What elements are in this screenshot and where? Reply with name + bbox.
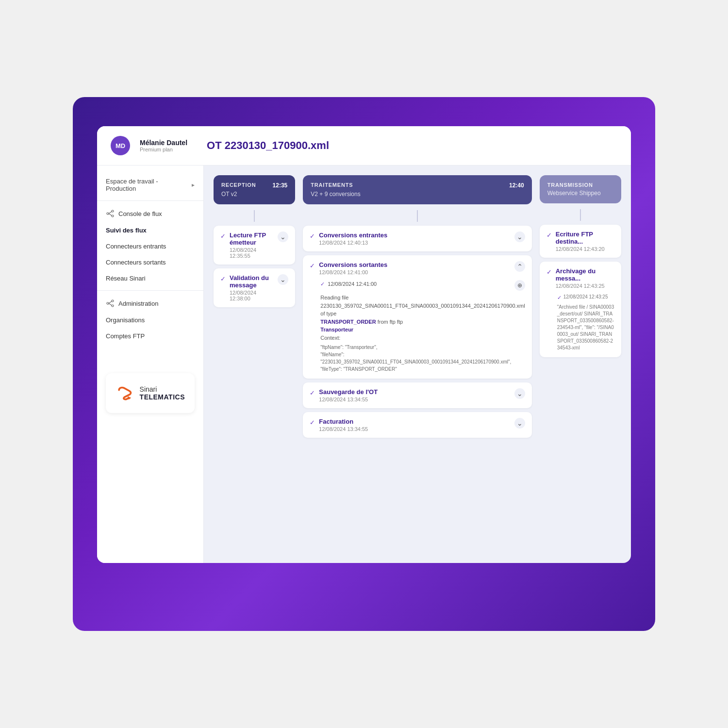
detail-context-json: "ftpName": "Transporteur", "fileName": "… (320, 344, 525, 373)
connecteurs-entrants-label: Connecteurs entrants (106, 243, 166, 250)
svg-point-7 (107, 302, 109, 304)
administration-label: Administration (118, 300, 158, 307)
top-header: MD Mélanie Dautel Premium plan OT 223013… (97, 126, 631, 165)
sidebar-item-administration[interactable]: Administration (97, 295, 203, 312)
expand-button-conv-entrantes[interactable]: ⌄ (514, 232, 525, 242)
share-icon (106, 209, 115, 218)
check-icon-5: ✓ (310, 389, 315, 397)
logo-telematics-text: TELEMATICS (140, 393, 185, 401)
sidebar-item-connecteurs-sortants[interactable]: Connecteurs sortants (97, 254, 203, 270)
svg-line-3 (109, 212, 112, 214)
traitements-header: TRAITEMENTS 12:40 V2 + 9 conversions (303, 175, 531, 204)
check-icon-8: ✓ (546, 268, 552, 276)
connecteurs-sortants-label: Connecteurs sortants (106, 259, 166, 266)
sidebar-item-comptes-ftp[interactable]: Comptes FTP (97, 328, 203, 344)
svg-line-8 (109, 301, 112, 303)
step-card-ecriture-ftp: ✓ Ecriture FTP destina... 12/08/2024 12:… (540, 225, 621, 258)
step-date-ecriture-ftp: 12/08/2024 12:43:20 (556, 246, 614, 252)
organisations-label: Organisations (106, 316, 145, 324)
step-card-archivage: ✓ Archivage du messa... 12/08/2024 12:43… (540, 262, 621, 357)
archivage-detail: ✓ 12/08/2024 12:43:25 "Archived file / S… (546, 294, 614, 351)
svg-point-0 (112, 210, 114, 212)
check-icon: ✓ (220, 232, 226, 240)
check-icon-3: ✓ (310, 232, 315, 240)
detail-line1: Reading file (320, 294, 525, 302)
step-card-lecture-ftp: ✓ Lecture FTP émetteur 12/08/2024 12:35:… (214, 226, 295, 265)
content-area: RECEPTION 12:35 OT v2 ✓ (204, 165, 631, 563)
comptes-ftp-label: Comptes FTP (106, 332, 145, 340)
step-date-validation: 12/08/2024 12:38:00 (230, 290, 278, 301)
step-name-facturation: Facturation (319, 418, 368, 425)
sidebar-item-suivi-flux[interactable]: Suivi des flux (97, 222, 203, 238)
step-card-conv-sortantes: ✓ Conversions sortantes 12/08/2024 12:41… (303, 255, 531, 379)
pipeline-col-transmission: Transmission Webservice Shippeo ✓ (540, 175, 621, 442)
step-date-conv-sortantes: 12/08/2024 12:41:00 (319, 269, 387, 275)
connector-line-3 (580, 209, 581, 221)
expand-button-facturation[interactable]: ⌄ (514, 418, 525, 429)
share-icon-2 (106, 299, 115, 308)
pipeline-container: RECEPTION 12:35 OT v2 ✓ (214, 175, 621, 442)
traitements-time: 12:40 (509, 182, 524, 189)
sidebar-item-reseau-sinari[interactable]: Réseau Sinari (97, 270, 203, 286)
console-flux-label: Console de flux (118, 210, 162, 217)
logo-text: Sinari TELEMATICS (140, 385, 185, 401)
sidebar-item-console-flux[interactable]: Console de flux (97, 205, 203, 222)
transmission-subtitle: Webservice Shippeo (547, 190, 613, 197)
svg-point-5 (112, 300, 114, 302)
step-date-facturation: 12/08/2024 13:34:55 (319, 426, 368, 432)
pipeline-col-reception: RECEPTION 12:35 OT v2 ✓ (214, 175, 295, 442)
traitements-subtitle: V2 + 9 conversions (311, 191, 524, 198)
step-detail-conv-sortantes: ✓ 12/08/2024 12:41:00 ⊕ Reading file 223… (310, 280, 525, 373)
detail-timestamp: 12/08/2024 12:41:00 (328, 280, 377, 288)
sidebar-workspace[interactable]: Espace de travail - Production ▸ (97, 173, 203, 197)
step-card-facturation: ✓ Facturation 12/08/2024 13:34:55 ⌄ (303, 412, 531, 438)
logo-card: Sinari TELEMATICS (106, 373, 195, 413)
svg-line-9 (109, 303, 112, 305)
step-date-sauvegarde: 12/08/2024 13:34:55 (319, 397, 378, 402)
app-window: MD Mélanie Dautel Premium plan OT 223013… (97, 126, 631, 563)
connector-line (254, 210, 255, 222)
transmission-header: Transmission Webservice Shippeo (540, 175, 621, 203)
sidebar-divider (97, 200, 203, 201)
avatar: MD (111, 136, 130, 155)
pipeline-col-traitements: TRAITEMENTS 12:40 V2 + 9 conversions ✓ (303, 175, 531, 442)
step-name-ecriture-ftp: Ecriture FTP destina... (556, 231, 614, 245)
archivage-detail-timestamp: 12/08/2024 12:43:25 (563, 294, 608, 302)
connector-line-2 (417, 210, 418, 222)
user-plan: Premium plan (140, 147, 187, 152)
step-card-conv-entrantes: ✓ Conversions entrantes 12/08/2024 12:40… (303, 226, 531, 251)
reseau-sinari-label: Réseau Sinari (106, 275, 146, 282)
check-icon-7: ✓ (546, 232, 552, 239)
detail-transporter: Transporteur (320, 326, 525, 334)
expand-detail-btn[interactable]: ⊕ (514, 280, 525, 291)
transmission-title: Transmission (547, 182, 593, 188)
sidebar: Espace de travail - Production ▸ (97, 165, 204, 563)
expand-button-lecture[interactable]: ⌄ (278, 232, 288, 242)
detail-context-label: Context: (320, 334, 525, 342)
svg-point-1 (112, 215, 114, 217)
workspace-label: Espace de travail - Production (106, 178, 188, 192)
sidebar-item-connecteurs-entrants[interactable]: Connecteurs entrants (97, 238, 203, 254)
logo-sinari-text: Sinari (140, 385, 185, 393)
outer-background: MD Mélanie Dautel Premium plan OT 223013… (73, 97, 655, 631)
expand-button-conv-sortantes[interactable]: ⌄ (514, 261, 525, 272)
svg-line-4 (109, 214, 112, 215)
check-icon-2: ✓ (220, 275, 226, 282)
check-icon-detail: ✓ (320, 280, 325, 288)
step-name-sauvegarde: Sauvegarde de l'OT (319, 388, 378, 396)
expand-button-sauvegarde[interactable]: ⌄ (514, 388, 525, 399)
main-layout: Espace de travail - Production ▸ (97, 165, 631, 563)
user-name: Mélanie Dautel (140, 139, 187, 147)
suivi-flux-label: Suivi des flux (106, 227, 147, 234)
reception-time: 12:35 (273, 182, 288, 189)
detail-filetype: TRANSPORT_ORDER from ftp ftp (320, 318, 525, 326)
step-card-sauvegarde: ✓ Sauvegarde de l'OT 12/08/2024 13:34:55… (303, 382, 531, 408)
expand-button-validation[interactable]: ⌄ (278, 274, 288, 285)
step-name-archivage: Archivage du messa... (556, 267, 614, 282)
step-date-conv-entrantes: 12/08/2024 12:40:13 (319, 240, 387, 246)
reception-subtitle: OT v2 (221, 191, 287, 198)
step-name-validation: Validation du message (230, 274, 278, 289)
user-info: Mélanie Dautel Premium plan (140, 139, 187, 152)
sinari-logo-icon (116, 383, 134, 403)
sidebar-item-organisations[interactable]: Organisations (97, 312, 203, 328)
